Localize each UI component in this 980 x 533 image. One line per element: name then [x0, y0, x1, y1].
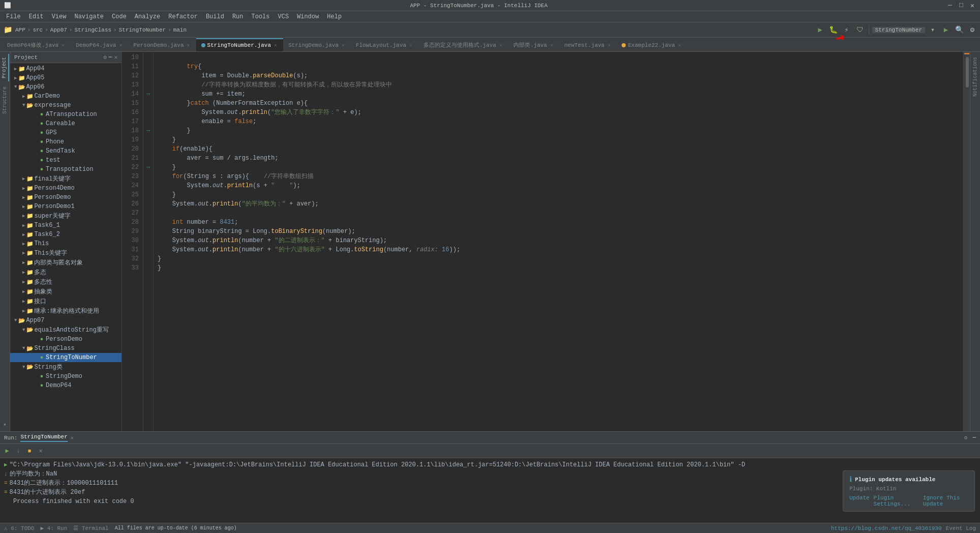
tab-flowlayout[interactable]: FlowLayout.java ✕	[351, 38, 418, 51]
tab-stringtonumber[interactable]: StringToNumber.java ✕	[196, 38, 283, 51]
coverage-button[interactable]: 🛡	[854, 24, 866, 36]
debug-button[interactable]: 🐛	[828, 24, 839, 36]
tree-item-careable[interactable]: ● Careable	[10, 119, 121, 128]
tree-item-person4demo[interactable]: ▶ 📁 Person4Demo	[10, 184, 121, 193]
tree-item-app05[interactable]: ▶ 📁 App05	[10, 73, 121, 82]
run-close-icon[interactable]: ━	[972, 434, 976, 441]
tab-close-icon[interactable]: ✕	[677, 42, 682, 49]
tree-item-test[interactable]: ● test	[10, 156, 121, 165]
menu-build[interactable]: Build	[202, 12, 228, 21]
code-text[interactable]: try{ item = Double.parseDouble(s); //字符串…	[154, 52, 963, 431]
menu-window[interactable]: Window	[293, 12, 323, 21]
tree-item-phone[interactable]: ● Phone	[10, 137, 121, 146]
structure-panel-tab[interactable]: Structure	[1, 83, 9, 117]
tab-demop64-modified[interactable]: DemoP64修改.java ✕	[2, 38, 71, 51]
tree-item-final[interactable]: ▶ 📁 final关键字	[10, 174, 121, 184]
project-panel-tab[interactable]: Project	[1, 54, 9, 81]
run-close-button[interactable]: ✕	[36, 446, 46, 456]
run-action-button[interactable]: ▶	[940, 24, 952, 36]
menu-help[interactable]: Help	[323, 12, 346, 21]
tree-item-expressage[interactable]: ▼ 📂 expressage	[10, 101, 121, 110]
tree-item-this[interactable]: ▶ 📁 This	[10, 239, 121, 248]
tab-close-icon[interactable]: ✕	[606, 42, 611, 49]
settings-button[interactable]: ⚙	[967, 24, 978, 36]
run-status-button[interactable]: ▶ 4: Run	[40, 525, 67, 531]
tab-close-icon[interactable]: ✕	[273, 42, 278, 49]
close-button[interactable]: ✕	[969, 2, 976, 9]
tree-item-task61[interactable]: ▶ 📁 Task6_1	[10, 221, 121, 230]
tree-item-persondemo-folder[interactable]: ▶ 📁 PersonDemo	[10, 193, 121, 202]
tree-item-inner-anon[interactable]: ▶ 📁 内部类与匿名对象	[10, 258, 121, 268]
plugin-settings-button[interactable]: Plugin Settings...	[874, 495, 919, 507]
menu-run[interactable]: Run	[228, 12, 248, 21]
tree-item-sendtask[interactable]: ● SendTask	[10, 146, 121, 156]
tree-item-abstract[interactable]: ▶ 📁 抽象类	[10, 287, 121, 297]
tree-item-task62[interactable]: ▶ 📁 Task6_2	[10, 230, 121, 239]
maximize-button[interactable]: □	[958, 2, 965, 9]
tab-close-icon[interactable]: ✕	[408, 42, 413, 49]
menu-view[interactable]: View	[48, 12, 71, 21]
run-config-dropdown[interactable]: ▾	[927, 24, 938, 36]
tab-polymorphism[interactable]: 多态的定义与使用格式.java ✕	[418, 38, 508, 51]
tree-item-stringclass-folder[interactable]: ▼ 📂 StringClass	[10, 344, 121, 353]
run-settings-icon[interactable]: ⚙	[964, 434, 968, 441]
tree-item-persondemo1[interactable]: ▶ 📁 PersonDemo1	[10, 202, 121, 211]
menu-tools[interactable]: Tools	[248, 12, 274, 21]
tab-close-icon[interactable]: ✕	[118, 42, 123, 49]
tree-item-stringdemo-class[interactable]: ● StringDemo	[10, 372, 121, 381]
tree-item-transpotation[interactable]: ● Transpotation	[10, 165, 121, 174]
tree-item-stringtonumber[interactable]: ● StringToNumber	[10, 353, 121, 362]
tab-demop64[interactable]: DemoP64.java ✕	[71, 38, 128, 51]
editor-content[interactable]: 10 11 12 13 14 15 16 17 18 19 20 21 22 2…	[122, 52, 970, 431]
run-scroll-down-button[interactable]: ↓	[13, 446, 23, 456]
run-stop-button[interactable]: ■	[24, 446, 35, 456]
tree-item-app07[interactable]: ▼ 📂 App07	[10, 316, 121, 325]
tree-item-app04[interactable]: ▶ 📁 App04	[10, 64, 121, 73]
url-link[interactable]: https://blog.csdn.net/qq_40361930	[831, 525, 942, 531]
tab-close-icon[interactable]: ✕	[498, 42, 503, 49]
run-tab-close[interactable]: ✕	[71, 435, 74, 441]
menu-analyze[interactable]: Analyze	[131, 12, 164, 21]
tree-item-interface[interactable]: ▶ 📁 接口	[10, 297, 121, 306]
terminal-button[interactable]: ☰ Terminal	[73, 525, 108, 531]
minimize-button[interactable]: ─	[946, 2, 954, 9]
tree-item-demop64-class[interactable]: ● DemoP64	[10, 381, 121, 390]
tree-item-poly2[interactable]: ▶ 📁 多态性	[10, 277, 121, 287]
tree-settings-icon[interactable]: ⚙	[103, 54, 107, 61]
tree-item-app06[interactable]: ▼ 📂 App06	[10, 82, 121, 92]
tree-item-persondemo-class[interactable]: ● PersonDemo	[10, 335, 121, 344]
tab-example22[interactable]: Example22.java ✕	[617, 38, 687, 51]
tree-item-poly[interactable]: ▶ 📁 多态	[10, 268, 121, 277]
run-restart-button[interactable]: ▶	[2, 446, 12, 456]
tree-item-super[interactable]: ▶ 📁 super关键字	[10, 211, 121, 221]
tree-item-this-keyword[interactable]: ▶ 📁 This关键字	[10, 248, 121, 258]
profile-button[interactable]: ⚡	[841, 24, 852, 36]
tab-stringdemo[interactable]: StringDemo.java ✕	[283, 38, 351, 51]
tab-persondemo[interactable]: PersonDemo.java ✕	[129, 38, 196, 51]
run-config-tab[interactable]: StringToNumber	[20, 434, 67, 442]
todo-button[interactable]: ⚠ 6: TODO	[4, 525, 34, 531]
tree-close-icon[interactable]: ✕	[114, 54, 117, 61]
search-everywhere-button[interactable]: 🔍	[954, 24, 965, 36]
menu-vcs[interactable]: VCS	[274, 12, 293, 21]
tab-close-icon[interactable]: ✕	[186, 42, 191, 49]
menu-code[interactable]: Code	[108, 12, 131, 21]
menu-refactor[interactable]: Refactor	[164, 12, 202, 21]
tab-close-icon[interactable]: ✕	[60, 42, 66, 49]
tab-close-icon[interactable]: ✕	[549, 42, 554, 49]
menu-navigate[interactable]: Navigate	[70, 12, 108, 21]
ignore-update-button[interactable]: Ignore This Update	[923, 495, 968, 507]
tree-collapse-icon[interactable]: ━	[109, 54, 112, 61]
tab-newtest[interactable]: newTest.java ✕	[559, 38, 617, 51]
run-config-label[interactable]: StringToNumber	[872, 27, 925, 33]
tab-close-icon[interactable]: ✕	[341, 42, 346, 49]
editor-right-scrollbar[interactable]	[963, 52, 970, 431]
tab-inner-class[interactable]: 内部类.java ✕	[508, 38, 559, 51]
tree-item-gps[interactable]: ● GPS	[10, 128, 121, 137]
tree-item-atranspotation[interactable]: ● ATranspotation	[10, 110, 121, 119]
update-button[interactable]: Update	[849, 495, 870, 507]
menu-file[interactable]: File	[2, 12, 25, 21]
run-button[interactable]: ▶	[815, 24, 826, 36]
tree-item-inherit[interactable]: ▶ 📁 继承:继承的格式和使用	[10, 306, 121, 316]
menu-edit[interactable]: Edit	[25, 12, 48, 21]
